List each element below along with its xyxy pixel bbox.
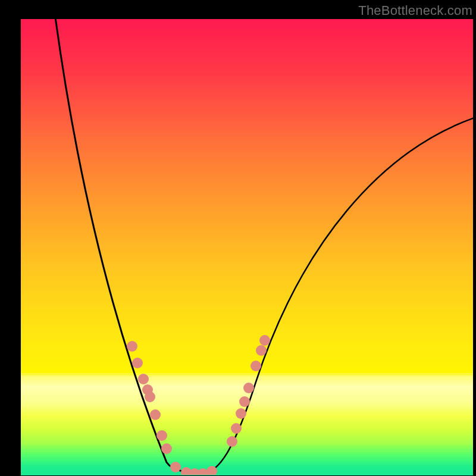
data-marker [250,361,261,371]
data-marker [256,345,267,356]
data-marker [170,462,181,472]
data-marker [236,408,246,419]
data-marker [243,383,254,393]
data-marker [150,409,161,420]
curve-layer [21,19,473,475]
data-marker [132,358,143,368]
data-marker [145,392,155,402]
curve-right-curve [205,117,473,473]
data-marker [231,423,242,434]
watermark-text: TheBottleneck.com [358,3,472,18]
curve-left-curve [55,19,205,473]
data-marker [138,374,149,384]
data-marker [156,430,167,441]
data-marker [259,335,270,346]
data-marker [127,341,137,352]
data-marker [239,396,250,407]
plot-frame [21,19,473,475]
data-marker [161,443,172,454]
data-marker [227,436,237,447]
